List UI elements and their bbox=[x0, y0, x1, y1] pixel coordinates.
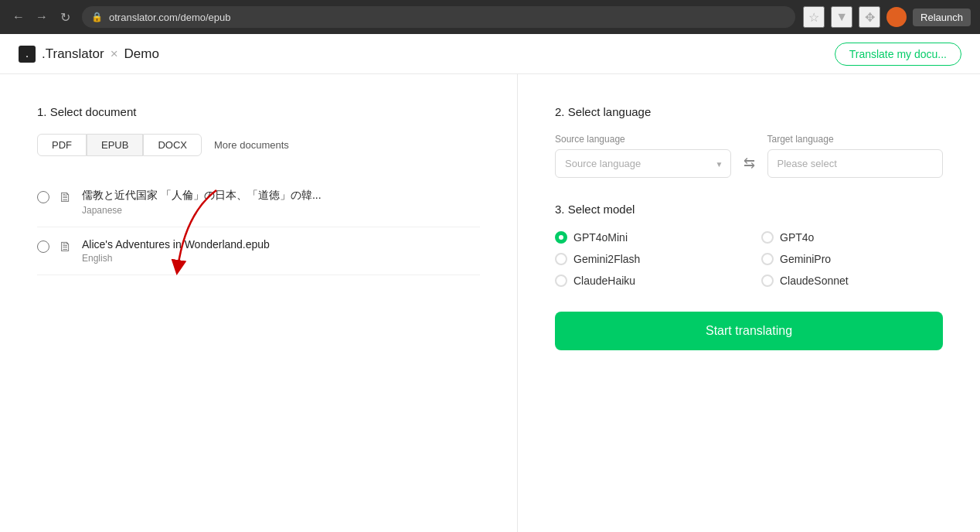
list-item: 🗎 Alice's Adventures in Wonderland.epub … bbox=[37, 227, 480, 275]
model-label-claudehaiku: ClaudeHaiku bbox=[573, 275, 635, 287]
select-model-title: 3. Select model bbox=[555, 203, 943, 216]
demo-label: Demo bbox=[124, 46, 159, 62]
model-option-claudehaiku[interactable]: ClaudeHaiku bbox=[555, 275, 737, 287]
source-language-select[interactable]: Source language English Japanese Chinese… bbox=[555, 149, 731, 178]
document-icon-2: 🗎 bbox=[59, 239, 73, 255]
document-lang-2: English bbox=[82, 253, 480, 264]
model-label-gemini2flash: Gemini2Flash bbox=[573, 253, 640, 265]
epub-tab[interactable]: EPUB bbox=[87, 134, 143, 156]
model-label-geminipro: GeminiPro bbox=[780, 253, 831, 265]
start-translating-button[interactable]: Start translating bbox=[555, 312, 943, 350]
docx-tab[interactable]: DOCX bbox=[143, 134, 202, 156]
app-name: .Translator bbox=[42, 46, 104, 62]
more-documents-link[interactable]: More documents bbox=[214, 139, 289, 151]
app-logo: . .Translator × Demo bbox=[19, 46, 159, 63]
user-avatar bbox=[886, 7, 907, 27]
list-item: 🗎 儒教と近代国家 「人倫」の日本、「道徳」の韓... Japanese bbox=[37, 178, 480, 227]
source-language-wrapper: Source language English Japanese Chinese… bbox=[555, 149, 731, 178]
bookmark-button[interactable]: ☆ bbox=[803, 6, 825, 28]
extensions2-button[interactable]: ✥ bbox=[859, 6, 880, 28]
model-label-gpt4omini: GPT4oMini bbox=[573, 231, 628, 244]
url-text: otranslator.com/demo/epub bbox=[109, 12, 231, 23]
select-model-section: 3. Select model GPT4oMini GPT4o Gemini2F… bbox=[555, 203, 943, 287]
select-language-title: 2. Select language bbox=[555, 105, 943, 118]
document-lang-1: Japanese bbox=[82, 205, 480, 216]
model-option-gemini2flash[interactable]: Gemini2Flash bbox=[555, 253, 737, 265]
document-icon-1: 🗎 bbox=[59, 189, 73, 206]
address-bar[interactable]: 🔒 otranslator.com/demo/epub bbox=[82, 6, 795, 28]
model-radio-geminipro bbox=[761, 253, 774, 265]
lock-icon: 🔒 bbox=[91, 12, 103, 22]
document-name-2: Alice's Adventures in Wonderland.epub bbox=[82, 238, 480, 251]
model-radio-gpt4o bbox=[761, 231, 774, 244]
model-option-claudesonnet[interactable]: ClaudeSonnet bbox=[761, 275, 943, 287]
model-radio-gpt4omini bbox=[555, 231, 567, 244]
target-language-label: Target language bbox=[767, 134, 944, 145]
model-radio-gemini2flash bbox=[555, 253, 567, 265]
model-option-gpt4omini[interactable]: GPT4oMini bbox=[555, 231, 737, 244]
language-row: Source language Source language English … bbox=[555, 134, 943, 178]
main-content: 1. Select document PDF EPUB DOCX More do… bbox=[0, 74, 980, 532]
model-label-gpt4o: GPT4o bbox=[780, 231, 814, 244]
logo-icon: . bbox=[19, 46, 36, 63]
separator: × bbox=[111, 46, 118, 62]
left-panel: 1. Select document PDF EPUB DOCX More do… bbox=[0, 74, 518, 532]
model-option-geminipro[interactable]: GeminiPro bbox=[761, 253, 943, 265]
document-list: 🗎 儒教と近代国家 「人倫」の日本、「道徳」の韓... Japanese 🗎 A… bbox=[37, 178, 480, 275]
app-header: . .Translator × Demo Translate my docu..… bbox=[0, 34, 980, 74]
right-panel: 2. Select language Source language Sourc… bbox=[518, 74, 980, 532]
model-option-gpt4o[interactable]: GPT4o bbox=[761, 231, 943, 244]
reload-button[interactable]: ↻ bbox=[56, 8, 74, 26]
pdf-tab[interactable]: PDF bbox=[37, 134, 87, 156]
model-grid: GPT4oMini GPT4o Gemini2Flash GeminiPro C bbox=[555, 231, 943, 287]
extensions-button[interactable]: ▼ bbox=[831, 6, 852, 28]
model-label-claudesonnet: ClaudeSonnet bbox=[780, 275, 849, 287]
file-type-tabs: PDF EPUB DOCX More documents bbox=[37, 134, 480, 156]
source-language-label: Source language bbox=[555, 134, 731, 145]
target-language-input[interactable] bbox=[767, 149, 944, 178]
select-document-title: 1. Select document bbox=[37, 105, 480, 118]
document-name-1: 儒教と近代国家 「人倫」の日本、「道徳」の韓... bbox=[82, 189, 480, 203]
model-radio-claudesonnet bbox=[761, 275, 774, 287]
browser-chrome: ← → ↻ 🔒 otranslator.com/demo/epub ☆ ▼ ✥ … bbox=[0, 0, 980, 34]
document-info-1: 儒教と近代国家 「人倫」の日本、「道徳」の韓... Japanese bbox=[82, 189, 480, 216]
model-radio-claudehaiku bbox=[555, 275, 567, 287]
relaunch-button[interactable]: Relaunch bbox=[913, 9, 971, 26]
document-radio-2[interactable] bbox=[37, 240, 49, 253]
target-language-group: Target language bbox=[767, 134, 944, 178]
forward-button[interactable]: → bbox=[32, 8, 51, 26]
back-button[interactable]: ← bbox=[9, 8, 28, 26]
source-language-group: Source language Source language English … bbox=[555, 134, 731, 178]
swap-languages-button[interactable]: ⇆ bbox=[740, 152, 758, 175]
document-info-2: Alice's Adventures in Wonderland.epub En… bbox=[82, 238, 480, 264]
translate-cta-button[interactable]: Translate my docu... bbox=[835, 43, 961, 66]
document-radio-1[interactable] bbox=[37, 191, 49, 203]
